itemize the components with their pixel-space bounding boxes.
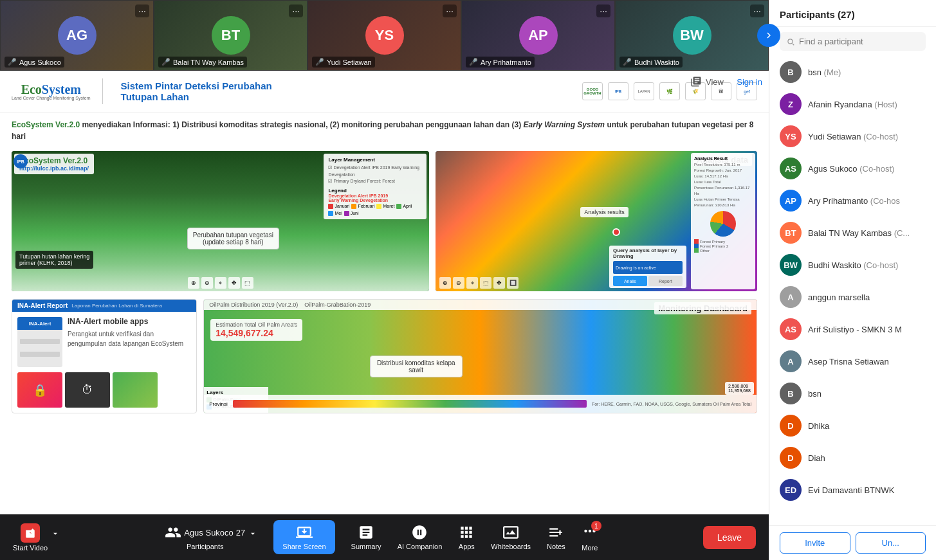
ina-alert-section: INA-Alert Report Laporan Perubahan Lahan… xyxy=(12,299,197,413)
map-red-dot xyxy=(612,228,620,236)
participant-avatar-afanin: Z xyxy=(780,93,802,115)
participant-item-ary[interactable]: AP Ary Prihatmanto (Co-hos xyxy=(769,185,936,217)
video-tile-5: BW ··· 🎤 Budhi Waskito xyxy=(615,0,769,71)
search-icon xyxy=(786,37,795,46)
video-tile-2: BT ··· 🎤 Balai TN Way Kambas xyxy=(154,0,307,71)
video-strip: AG ··· 🎤 Agus Sukoco BT ··· 🎤 Balai TN W… xyxy=(0,0,769,71)
ina-alert-body: INA-Alert INA-Alert mobile xyxy=(12,312,196,372)
slide-description: EcoSystem Ver.2.0 menyediakan Informasi:… xyxy=(0,113,769,147)
participant-item-budhi[interactable]: BW Budhi Waskito (Co-host) xyxy=(769,249,936,281)
maps-row: EcoSystem Ver.2.0 http://lulcc.ipb.ac.id… xyxy=(0,147,769,295)
tile-menu-4[interactable]: ··· xyxy=(596,5,610,17)
participant-avatar-bsn: B xyxy=(780,61,802,83)
participant-avatar-agus: AS xyxy=(780,158,802,179)
participant-item-afanin[interactable]: Z Afanin Ryandana (Host) xyxy=(769,88,936,120)
participant-avatar-diah: D xyxy=(780,447,802,469)
participant-avatar-anggun: A xyxy=(780,286,802,308)
invite-bar: Invite Un... xyxy=(769,525,936,560)
more-button[interactable]: 1 More xyxy=(582,523,598,552)
toolbar-right: Leave xyxy=(703,526,756,549)
participant-item-arif[interactable]: AS Arif Sulistiyo - SMKN 3 M xyxy=(769,313,936,345)
participant-avatar-2: BT xyxy=(212,16,250,55)
participant-avatar-arif: AS xyxy=(780,318,802,340)
search-box[interactable] xyxy=(780,32,926,51)
stats-panel: 2,590,009 11,959,688 xyxy=(725,382,754,395)
video-caret-button[interactable] xyxy=(51,529,60,541)
unmute-button[interactable]: Un... xyxy=(856,532,926,554)
summary-button[interactable]: Summary xyxy=(351,524,381,550)
participant-item-evi[interactable]: ED Evi Damavanti BTNWK xyxy=(769,474,936,506)
slide-header: EcoSystem Land Cover Change Monitoring S… xyxy=(0,71,769,113)
participant-item-bsn-me[interactable]: B bsn (Me) xyxy=(769,56,936,88)
ecosystem-logo: EcoSystem xyxy=(21,83,81,96)
dashboard-full: Monitoring Dashboard OilPalm Distributio… xyxy=(204,300,757,413)
participant-avatar-1: AG xyxy=(58,16,96,55)
view-button[interactable]: View xyxy=(690,76,724,87)
participant-item-anggun[interactable]: A anggun marsella xyxy=(769,281,936,313)
search-input[interactable] xyxy=(799,37,919,46)
leave-button[interactable]: Leave xyxy=(703,526,756,549)
participant-name-1: 🎤 Agus Sukoco xyxy=(5,57,64,68)
ipb-logo: IPB xyxy=(14,154,28,168)
tile-menu-3[interactable]: ··· xyxy=(443,5,457,17)
partner-logo-2: IPB xyxy=(608,82,629,100)
share-screen-button[interactable]: Share Screen xyxy=(273,520,335,554)
map-left: EcoSystem Ver.2.0 http://lulcc.ipb.ac.id… xyxy=(12,151,429,291)
participant-item-yudi[interactable]: YS Yudi Setiawan (Co-host) xyxy=(769,120,936,152)
participant-name-5: 🎤 Budhi Waskito xyxy=(619,57,683,68)
layer-management-panel: Layer Management ☑ Devegetation Alert IP… xyxy=(324,154,427,219)
slide-title: Sistem Pintar Deteksi Perubahan Tutupan … xyxy=(121,80,272,102)
participants-caret[interactable] xyxy=(248,529,257,541)
invite-button[interactable]: Invite xyxy=(780,532,850,554)
logo-subtitle: Land Cover Change Monitoring System xyxy=(12,96,91,100)
tile-menu-2[interactable]: ··· xyxy=(289,5,303,17)
notes-button[interactable]: Notes xyxy=(547,524,565,550)
participant-name-3: 🎤 Yudi Setiawan xyxy=(312,57,375,68)
whiteboards-button[interactable]: Whiteboards xyxy=(491,524,531,550)
expand-video-button[interactable] xyxy=(757,24,780,47)
dashboard-tooltip: Distribusi komoditas kelapasawit xyxy=(370,356,463,377)
participant-avatar-ary: AP xyxy=(780,190,802,212)
estimation-box: Estimation Total Oil Palm Area's 14,549,… xyxy=(210,319,302,341)
participant-item-agus[interactable]: AS Agus Sukoco (Co-host) xyxy=(769,152,936,185)
participant-name-2: 🎤 Balai TN Way Kambas xyxy=(158,57,247,68)
participant-item-dhika[interactable]: D Dhika xyxy=(769,410,936,442)
map-center-annotation: Perubahan tutupan vegetasi(update setiap… xyxy=(187,228,279,249)
participants-button[interactable]: Agus Sukoco 27 Participants xyxy=(165,524,245,550)
ina-alert-screenshot: INA-Alert xyxy=(17,317,62,367)
partner-logo-1: GOODGROWTH xyxy=(582,82,603,100)
participant-item-bsn2[interactable]: B bsn xyxy=(769,377,936,410)
participant-item-asep[interactable]: A Asep Trisna Setiawan xyxy=(769,345,936,377)
participant-avatar-balai: BT xyxy=(780,222,802,244)
analysis-results-label: Analysis results xyxy=(580,207,629,217)
video-tile-1: AG ··· 🎤 Agus Sukoco xyxy=(0,0,154,71)
tile-menu-5[interactable]: ··· xyxy=(750,5,764,17)
participant-avatar-asep: A xyxy=(780,350,802,372)
tile-menu-1[interactable]: ··· xyxy=(135,5,149,17)
toolbar: Start Video Agus Sukoco 27 Participants xyxy=(0,514,769,560)
participant-name-4: 🎤 Ary Prihatmanto xyxy=(466,57,535,68)
apps-button[interactable]: Apps xyxy=(458,524,475,550)
sidebar-header: Participants (27) xyxy=(769,0,936,27)
participant-avatar-3: YS xyxy=(365,16,404,55)
participant-item-diah[interactable]: D Diah xyxy=(769,442,936,474)
start-video-button[interactable]: Start Video xyxy=(13,523,48,552)
dashboard-top-bar: OilPalm Distribution 2019 (Ver.2.0) OilP… xyxy=(204,300,757,310)
right-map-toolbar: ⊕ ⊖ ⌖ ⬚ ✥ 🔲 xyxy=(439,277,518,289)
ina-alert-header: INA-Alert Report Laporan Perubahan Lahan… xyxy=(12,300,196,312)
partner-logos: GOODGROWTH IPB LAPAN 🌿 🌾 🏛 gef xyxy=(582,82,757,100)
participants-sidebar: Participants (27) B bsn (Me) Z Afanin Ry… xyxy=(769,0,936,560)
more-badge: 1 xyxy=(591,521,601,531)
slide-content: EcoSystem Land Cover Change Monitoring S… xyxy=(0,71,769,514)
video-tile-3: YS ··· 🎤 Yudi Setiawan xyxy=(307,0,461,71)
participant-avatar-4: AP xyxy=(519,16,558,55)
participant-item-balai[interactable]: BT Balai TN Way Kambas (C... xyxy=(769,217,936,249)
query-annotation: Query analysis of layer by Drawing Drawi… xyxy=(609,246,686,288)
participant-avatar-dhika: D xyxy=(780,415,802,437)
analysis-panel: Analysis Result Pixel Resolution: 375.11… xyxy=(691,153,755,289)
ina-alert-text: INA-Alert mobile apps Perangkat untuk ve… xyxy=(68,317,191,367)
participant-list: B bsn (Me) Z Afanin Ryandana (Host) YS Y… xyxy=(769,56,936,525)
ai-companion-button[interactable]: AI Companion xyxy=(398,524,443,550)
sign-in-button[interactable]: Sign in xyxy=(737,77,762,87)
map-right: Analisis data Analysis Result Pixel Reso… xyxy=(436,151,757,291)
